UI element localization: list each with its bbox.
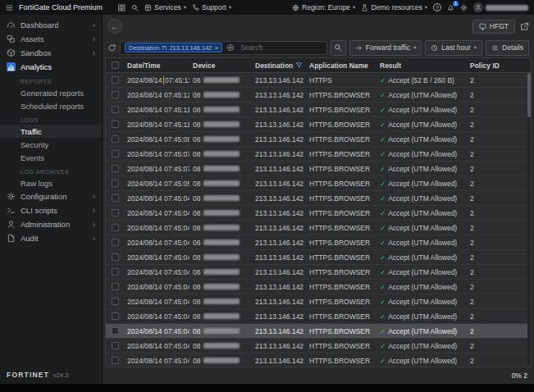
table-row[interactable]: 2024/08/14 07:45:1208213.13.146.142HTTPS… (106, 73, 531, 88)
sidebar-item-scheduled-reports[interactable]: Scheduled reports (0, 99, 102, 112)
row-checkbox[interactable] (112, 312, 119, 320)
vertical-scrollbar[interactable] (527, 73, 531, 367)
sidebar-item-traffic[interactable]: Traffic (0, 125, 102, 138)
time-value: 07:45:07 (164, 165, 189, 173)
row-checkbox[interactable] (112, 194, 119, 202)
device-value: 08 (193, 342, 200, 350)
scrollbar-thumb[interactable] (527, 73, 531, 117)
remove-filter-icon[interactable]: × (215, 44, 219, 52)
table-row[interactable]: 2024/08/14 07:45:0408213.13.146.142HTTPS… (106, 353, 531, 367)
row-checkbox[interactable] (112, 91, 119, 98)
table-row[interactable]: 2024/08/14 07:45:0408213.13.146.142HTTPS… (106, 221, 531, 235)
column-header-policyid[interactable]: Policy ID (467, 62, 531, 70)
column-header-result[interactable]: Result (377, 62, 467, 70)
policy-cell: 2 (467, 180, 531, 188)
sidebar-item-configuration[interactable]: Configuration› (0, 189, 102, 203)
table-row[interactable]: 2024/08/14 07:45:0408213.13.146.142HTTPS… (106, 309, 531, 324)
device-cell: 08 (189, 342, 252, 350)
result-cell: ✓Accept (UTM Allowed) (377, 165, 467, 173)
popout-icon[interactable] (520, 22, 529, 31)
demo-resources-menu[interactable]: Demo resources ▾ (361, 3, 427, 11)
row-checkbox[interactable] (112, 357, 119, 364)
table-row[interactable]: 2024/08/14 07:45:0408213.13.146.142HTTPS… (106, 250, 531, 265)
settings-gear-icon[interactable] (460, 4, 468, 11)
row-checkbox[interactable] (112, 135, 119, 143)
sidebar-item-generated-reports[interactable]: Generated reports (0, 86, 102, 99)
row-checkbox[interactable] (112, 239, 119, 246)
table-row[interactable]: 2024/08/14 07:45:0408213.13.146.142HTTPS… (106, 294, 531, 309)
redacted-device-name (203, 269, 240, 275)
column-header-application[interactable]: Application Name (306, 62, 377, 70)
select-all-checkbox[interactable] (112, 62, 119, 69)
sidebar-item-security[interactable]: Security (0, 138, 102, 151)
sidebar-item-audit[interactable]: Audit› (0, 231, 102, 245)
refresh-icon[interactable] (107, 43, 116, 52)
row-checkbox[interactable] (112, 327, 119, 335)
time-value: 07:45:11 (164, 106, 189, 114)
sidebar-item-sandbox[interactable]: Sandbox› (0, 46, 102, 60)
row-checkbox[interactable] (112, 209, 119, 217)
destination-cell: 213.13.146.142 (252, 165, 306, 173)
datetime-cell: 2024/08/14 07:45:04 (124, 253, 189, 262)
notifications-button[interactable]: 1 (447, 4, 454, 11)
log-type-dropdown[interactable]: Forward traffic ▾ (349, 40, 422, 56)
time-range-dropdown[interactable]: Last hour ▾ (425, 40, 482, 56)
table-row[interactable]: 2024/08/14 07:45:0408213.13.146.142HTTPS… (106, 339, 531, 353)
column-header-datetime[interactable]: Date/Time (124, 62, 189, 70)
sidebar-item-assets[interactable]: Assets› (0, 32, 102, 46)
table-row[interactable]: 2024/08/14 07:45:0408213.13.146.142HTTPS… (106, 206, 531, 221)
table-row[interactable]: 2024/08/14 07:45:1208213.13.146.142HTTPS… (106, 88, 531, 103)
sidebar-item-events[interactable]: Events (0, 151, 102, 164)
row-checkbox[interactable] (112, 298, 119, 305)
global-search-icon[interactable] (131, 4, 139, 11)
table-row[interactable]: 2024/08/14 07:45:0808213.13.146.142HTTPS… (106, 132, 531, 147)
menu-icon[interactable] (6, 4, 13, 11)
row-checkbox[interactable] (112, 224, 119, 231)
filter-bar[interactable]: Destination ⊓ 213.13.146.142 × (120, 41, 327, 55)
table-row[interactable]: 2024/08/14 07:45:0408213.13.146.142HTTPS… (106, 280, 531, 294)
table-row[interactable]: 2024/08/14 07:45:0708213.13.146.142HTTPS… (106, 147, 531, 162)
sidebar-item-raw-logs[interactable]: Raw logs (0, 176, 102, 189)
help-icon[interactable]: ? (433, 3, 441, 11)
table-row[interactable]: 2024/08/14 07:45:0408213.13.146.142HTTPS… (106, 265, 531, 280)
services-menu[interactable]: Services ▾ (144, 3, 186, 11)
table-row[interactable]: 2024/08/14 07:45:0408213.13.146.142HTTPS… (106, 235, 531, 250)
sidebar-item-dashboard[interactable]: Dashboard› (0, 18, 102, 32)
column-header-device[interactable]: Device (189, 62, 252, 70)
search-button[interactable] (331, 40, 346, 56)
table-row[interactable]: 2024/08/14 07:45:0708213.13.146.142HTTPS… (106, 162, 531, 176)
row-checkbox[interactable] (112, 150, 119, 157)
date-value: 2024/08/14 (127, 357, 162, 365)
search-input[interactable] (239, 43, 322, 52)
sidebar-item-cli-scripts[interactable]: CLI scripts› (0, 203, 102, 217)
row-checkbox[interactable] (112, 253, 119, 261)
row-checkbox[interactable] (112, 283, 119, 290)
row-checkbox[interactable] (112, 342, 119, 349)
table-row[interactable]: 2024/08/14 07:45:1108213.13.146.142HTTPS… (106, 117, 531, 132)
row-checkbox[interactable] (112, 268, 119, 276)
account-menu[interactable] (473, 2, 528, 12)
row-checkbox[interactable] (112, 76, 119, 84)
column-header-destination[interactable]: Destination (252, 62, 306, 70)
sidebar-item-analytics[interactable]: Analytics (0, 60, 102, 74)
table-row[interactable]: 2024/08/14 07:45:1108213.13.146.142HTTPS… (106, 103, 531, 117)
row-checkbox[interactable] (112, 121, 119, 128)
region-label: Region: Europe (302, 3, 350, 11)
details-button[interactable]: Details (486, 40, 529, 56)
destination-cell: 213.13.146.142 (252, 135, 306, 144)
sidebar-item-administration[interactable]: Administration› (0, 217, 102, 231)
add-filter-icon[interactable] (226, 43, 235, 52)
back-button[interactable]: ← (107, 19, 122, 34)
support-menu[interactable]: Support ▾ (192, 3, 231, 11)
device-selector-button[interactable]: HFGT (472, 20, 515, 34)
apps-grid-icon[interactable] (118, 4, 126, 11)
row-checkbox[interactable] (112, 180, 119, 187)
table-row[interactable]: 2024/08/14 07:45:0508213.13.146.142HTTPS… (106, 176, 531, 191)
row-checkbox[interactable] (112, 165, 119, 172)
region-menu[interactable]: Region: Europe ▾ (292, 3, 355, 11)
row-checkbox[interactable] (112, 106, 119, 113)
table-row[interactable]: 2024/08/14 07:45:0408213.13.146.142HTTPS… (106, 191, 531, 206)
accept-check-icon: ✓ (380, 224, 386, 232)
table-row[interactable]: 2024/08/14 07:45:0408213.13.146.142HTTPS… (106, 324, 531, 339)
filter-chip[interactable]: Destination ⊓ 213.13.146.142 × (125, 43, 222, 52)
